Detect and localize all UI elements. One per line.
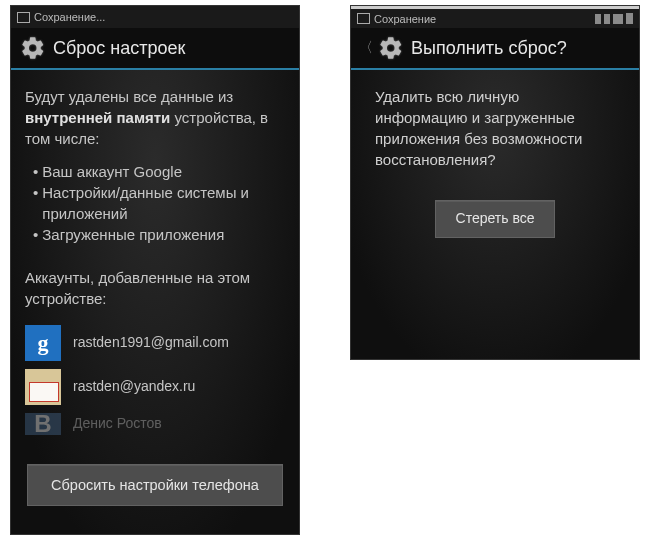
- account-email: rastden1991@gmail.com: [73, 333, 229, 353]
- account-email: Денис Ростов: [73, 414, 162, 434]
- bullet-list: •Ваш аккаунт Google •Настройки/данные си…: [25, 149, 285, 257]
- account-email: rastden@yandex.ru: [73, 377, 195, 397]
- status-bar: Сохранение...: [11, 6, 299, 28]
- erase-all-button[interactable]: Стереть все: [435, 200, 556, 238]
- account-row[interactable]: rastden@yandex.ru: [25, 369, 285, 405]
- content-area: Будут удалены все данные из внутренней п…: [11, 70, 299, 534]
- back-icon[interactable]: 〈: [359, 39, 373, 57]
- battery-icon: [626, 13, 633, 24]
- account-row[interactable]: g rastden1991@gmail.com: [25, 325, 285, 361]
- signal-icon: [604, 14, 610, 24]
- page-title: Сброс настроек: [53, 38, 185, 59]
- vk-icon: В: [25, 413, 61, 435]
- phone-right: Сохранение 〈 Выполнить сброс? Удалить вс…: [350, 5, 640, 360]
- desc-text: Будут удалены все данные из внутренней п…: [25, 86, 285, 149]
- status-bar: Сохранение: [351, 6, 639, 28]
- list-item: •Ваш аккаунт Google: [33, 161, 285, 182]
- settings-header: 〈 Выполнить сброс?: [351, 28, 639, 70]
- settings-header: Сброс настроек: [11, 28, 299, 70]
- signal-icon: [595, 14, 601, 24]
- gear-icon: [19, 34, 47, 62]
- confirm-text: Удалить всю личную информацию и загружен…: [375, 86, 615, 170]
- status-label: Сохранение...: [34, 11, 105, 23]
- content-area: Удалить всю личную информацию и загружен…: [351, 70, 639, 359]
- status-label: Сохранение: [374, 13, 436, 25]
- image-placeholder-icon: [357, 13, 370, 24]
- google-icon: g: [25, 325, 61, 361]
- accounts-label: Аккаунты, добавленные на этом устройстве…: [25, 267, 285, 309]
- wifi-icon: [613, 14, 623, 24]
- account-list: g rastden1991@gmail.com rastden@yandex.r…: [25, 325, 285, 435]
- gear-icon: [377, 34, 405, 62]
- image-placeholder-icon: [17, 12, 30, 23]
- list-item: •Настройки/данные системы и приложений: [33, 182, 285, 224]
- page-title: Выполнить сброс?: [411, 38, 567, 59]
- list-item: •Загруженные приложения: [33, 224, 285, 245]
- mail-icon: [25, 369, 61, 405]
- reset-phone-button[interactable]: Сбросить настройки телефона: [27, 464, 283, 506]
- phone-left: Сохранение... Сброс настроек Будут удале…: [10, 5, 300, 535]
- account-row[interactable]: В Денис Ростов: [25, 413, 285, 435]
- status-icons: [595, 13, 633, 24]
